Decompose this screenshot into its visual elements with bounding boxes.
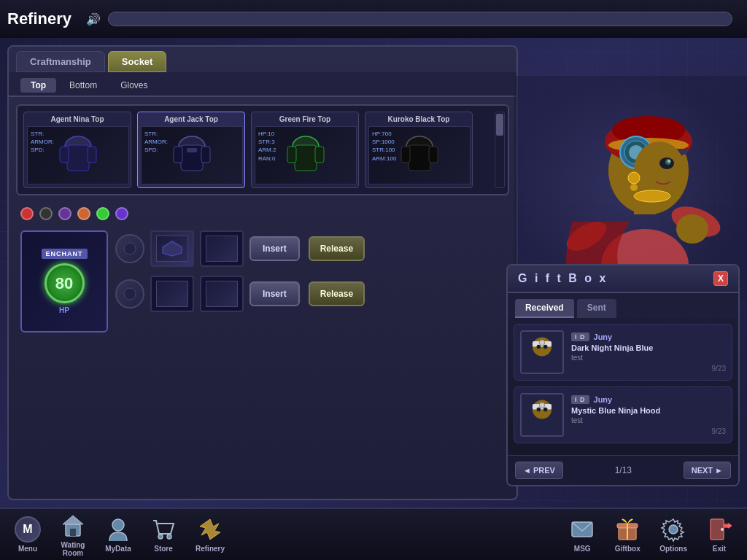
color-dot-purple[interactable] — [58, 207, 71, 220]
svg-rect-7 — [201, 147, 210, 163]
nav-item-menu[interactable]: M Menu — [7, 513, 48, 556]
item-name: Green Fire Top — [255, 115, 355, 123]
svg-rect-57 — [70, 529, 76, 536]
next-button[interactable]: NEXT ► — [684, 462, 731, 479]
socket-circle-2[interactable] — [115, 279, 144, 308]
nav-label-options: Options — [659, 545, 687, 553]
msg-icon — [569, 516, 595, 542]
item-card[interactable]: Agent Jack Top STR:ARMOR:SPD: — [137, 112, 245, 188]
socket-icon-2 — [123, 287, 137, 301]
avatar-icon — [522, 393, 562, 437]
item-icon — [280, 132, 331, 179]
item-image: STR:ARMOR:SPD: — [27, 126, 129, 184]
gift-icon — [614, 516, 640, 542]
svg-point-65 — [669, 525, 678, 534]
giftbox-tab-sent[interactable]: Sent — [577, 299, 616, 318]
gift-item[interactable]: I D Juny Dark Night Ninja Blue test 9/23 — [514, 324, 732, 381]
socket-slot-2a — [150, 276, 194, 312]
enchant-label: ENCHANT — [42, 249, 88, 259]
nav-item-refinery[interactable]: Refinery — [188, 513, 232, 556]
color-dot-violet[interactable] — [115, 207, 128, 220]
color-dot-orange[interactable] — [77, 207, 90, 220]
nav-item-options[interactable]: Options — [652, 513, 694, 556]
color-dot-dark[interactable] — [39, 207, 53, 220]
item-stats: HP:700SP:1000STR:100ARM:100 — [372, 130, 396, 163]
enchant-box: ENCHANT 80 HP — [20, 230, 108, 332]
gear-icon — [660, 516, 686, 542]
volume-icon[interactable]: 🔊 — [86, 12, 101, 26]
svg-point-19 — [124, 288, 136, 300]
giftbox-content: I D Juny Dark Night Ninja Blue test 9/23 — [508, 318, 738, 455]
gift-sender: Juny — [594, 395, 613, 404]
svg-rect-16 — [429, 147, 438, 163]
gift-sender: Juny — [594, 332, 613, 341]
menu-icon: M — [15, 516, 41, 542]
nav-item-mydata[interactable]: MyData — [98, 513, 139, 556]
item-grid-area: Agent Nina Top STR:ARMOR:SPD: — [9, 97, 516, 203]
socket-circle-1[interactable] — [115, 234, 144, 263]
gift-info: I D Juny Mystic Blue Ninja Hood test 9/2… — [571, 395, 726, 435]
giftbox-icon — [614, 516, 640, 542]
socket-slot-inner-1b — [206, 236, 238, 262]
sub-tab-top[interactable]: Top — [20, 78, 56, 93]
item-name: Agent Jack Top — [141, 115, 241, 123]
tab-socket[interactable]: Socket — [108, 51, 167, 72]
item-card[interactable]: Green Fire Top HP:10STR:3ARM:2RAN:0 — [251, 112, 359, 188]
svg-rect-8 — [187, 148, 197, 152]
svg-point-51 — [539, 402, 544, 408]
nav-item-waiting-room[interactable]: WatingRoom — [53, 510, 93, 560]
nav-item-exit[interactable]: Exit — [699, 513, 740, 556]
insert-button-1[interactable]: Insert — [249, 236, 300, 261]
nav-item-msg[interactable]: MSG — [562, 513, 603, 556]
tabs-bar: Craftmanship Socket — [9, 47, 516, 72]
item-card[interactable]: Agent Nina Top STR:ARMOR:SPD: — [23, 112, 131, 188]
release-button-2[interactable]: Release — [309, 281, 365, 306]
nav-item-store[interactable]: Store — [143, 513, 184, 556]
insert-button-2[interactable]: Insert — [249, 281, 300, 306]
top-bar: Refinery 🔊 — [0, 0, 747, 38]
svg-point-46 — [543, 345, 548, 349]
socket-gem-icon — [161, 240, 183, 257]
color-dot-green[interactable] — [96, 207, 109, 220]
gift-id-row: I D Juny — [571, 395, 726, 404]
scrollbar-thumb — [496, 114, 503, 136]
item-image: STR:ARMOR:SPD: — [141, 126, 243, 184]
mydata-icon — [105, 516, 131, 542]
item-icon — [394, 132, 445, 179]
grid-scrollbar[interactable] — [495, 112, 505, 188]
svg-point-59 — [158, 534, 163, 539]
svg-rect-14 — [409, 145, 430, 171]
release-button-1[interactable]: Release — [309, 236, 365, 261]
avatar-icon — [522, 330, 562, 374]
svg-point-17 — [124, 243, 136, 254]
person-icon — [105, 516, 131, 542]
giftbox-footer: ◄ PREV 1/13 NEXT ► — [508, 455, 738, 485]
sub-tab-bottom[interactable]: Bottom — [59, 78, 107, 93]
gift-item[interactable]: I D Juny Mystic Blue Ninja Hood test 9/2… — [514, 386, 732, 443]
gift-message: test — [571, 354, 726, 362]
socket-slots: Insert Release Inse — [115, 230, 505, 315]
sub-tab-gloves[interactable]: Gloves — [110, 78, 158, 93]
giftbox-tab-received[interactable]: Received — [515, 299, 574, 318]
item-icon — [166, 132, 217, 179]
socket-slot-2b — [200, 276, 244, 312]
item-image: HP:10STR:3ARM:2RAN:0 — [255, 126, 357, 184]
tab-craftmanship[interactable]: Craftmanship — [16, 51, 105, 72]
giftbox-tabs: Received Sent — [508, 293, 738, 318]
nav-item-giftbox[interactable]: Giftbox — [607, 513, 648, 556]
main-content: Craftmanship Socket Top Bottom Gloves Ag… — [0, 38, 747, 508]
item-card[interactable]: Kuroko Black Top HP:700SP:1000STR:100ARM… — [365, 112, 473, 188]
color-dot-red[interactable] — [20, 207, 34, 220]
enchant-value: 80 — [44, 263, 85, 303]
prev-button[interactable]: ◄ PREV — [515, 462, 563, 479]
gift-item-name: Dark Night Ninja Blue — [571, 343, 726, 352]
nav-label-exit: Exit — [713, 545, 726, 553]
close-button[interactable]: X — [713, 271, 728, 286]
item-stats: STR:ARMOR:SPD: — [144, 130, 168, 155]
socket-slot-inner-2b — [206, 281, 238, 307]
gift-avatar — [520, 330, 564, 374]
gift-message: test — [571, 416, 726, 424]
enchant-stat: HP — [59, 306, 69, 314]
item-name: Agent Nina Top — [27, 115, 128, 123]
svg-rect-12 — [315, 147, 324, 163]
